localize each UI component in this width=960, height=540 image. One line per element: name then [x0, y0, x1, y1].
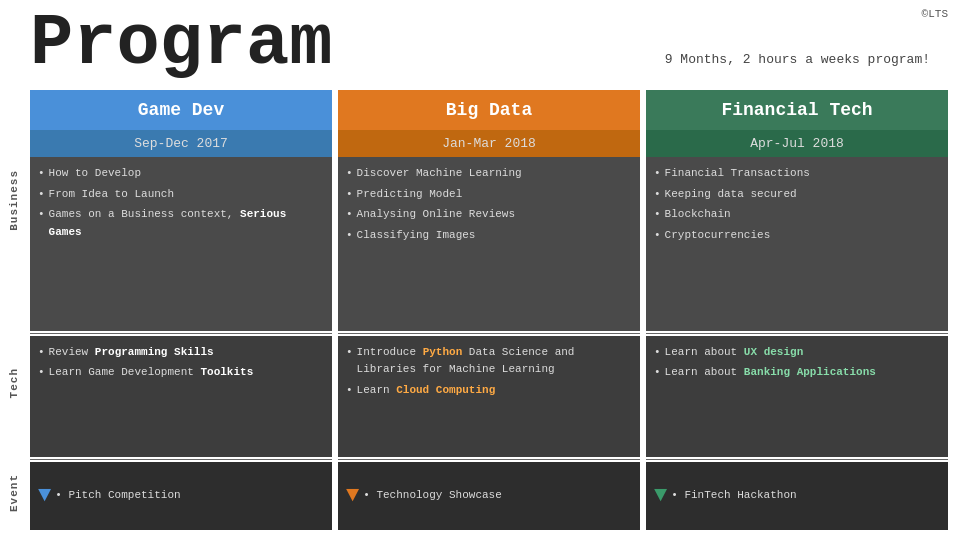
arrow-down-icon: ▼: [654, 476, 667, 515]
fin-tech-tech: •Learn about UX design •Learn about Bank…: [646, 336, 948, 457]
fin-tech-business: •Financial Transactions •Keeping data se…: [646, 157, 948, 331]
bullet-item: •Review Programming Skills: [38, 344, 324, 362]
subtitle-text: 9 Months, 2 hours a weeks program!: [665, 52, 930, 67]
column-game-dev: Game Dev Sep-Dec 2017 •How to Develop •F…: [30, 90, 332, 530]
game-dev-date: Sep-Dec 2017: [30, 130, 332, 157]
main-grid: Game Dev Sep-Dec 2017 •How to Develop •F…: [30, 90, 948, 530]
big-data-business: •Discover Machine Learning •Predicting M…: [338, 157, 640, 331]
divider: [30, 333, 332, 334]
label-event: Event: [8, 457, 20, 530]
big-data-event: ▼ • Technology Showcase: [338, 462, 640, 531]
fin-tech-event-text: FinTech Hackathon: [684, 489, 796, 501]
big-data-tech: •Introduce Python Data Science and Libra…: [338, 336, 640, 457]
big-data-date: Jan-Mar 2018: [338, 130, 640, 157]
fin-tech-event: ▼ • FinTech Hackathon: [646, 462, 948, 531]
fin-tech-date: Apr-Jul 2018: [646, 130, 948, 157]
side-labels: Business Tech Event: [0, 90, 28, 530]
bullet-item: •Learn about UX design: [654, 344, 940, 362]
bullet-item: •Predicting Model: [346, 186, 632, 204]
game-dev-event-text: Pitch Competition: [68, 489, 180, 501]
column-big-data: Big Data Jan-Mar 2018 •Discover Machine …: [338, 90, 640, 530]
game-dev-tech: •Review Programming Skills •Learn Game D…: [30, 336, 332, 457]
label-business: Business: [8, 90, 20, 310]
divider: [338, 459, 640, 460]
bullet-item: •How to Develop: [38, 165, 324, 183]
bullet-item: •Analysing Online Reviews: [346, 206, 632, 224]
bullet-item: •Cryptocurrencies: [654, 227, 940, 245]
bullet-item: •Discover Machine Learning: [346, 165, 632, 183]
page-title: Program: [30, 8, 332, 80]
bullet-item: •Financial Transactions: [654, 165, 940, 183]
divider: [30, 459, 332, 460]
big-data-header: Big Data: [338, 90, 640, 130]
copyright-text: ©LTS: [922, 8, 948, 20]
bullet-item: •Introduce Python Data Science and Libra…: [346, 344, 632, 379]
label-tech: Tech: [8, 310, 20, 457]
arrow-down-icon: ▼: [346, 476, 359, 515]
bullet-item: •Learn Cloud Computing: [346, 382, 632, 400]
game-dev-business: •How to Develop •From Idea to Launch •Ga…: [30, 157, 332, 331]
big-data-event-text: Technology Showcase: [376, 489, 501, 501]
bullet-item: •Classifying Images: [346, 227, 632, 245]
divider: [338, 333, 640, 334]
bullet-item: •Games on a Business context, Serious Ga…: [38, 206, 324, 241]
bullet-item: •From Idea to Launch: [38, 186, 324, 204]
bullet-item: •Keeping data secured: [654, 186, 940, 204]
arrow-down-icon: ▼: [38, 476, 51, 515]
bullet-item: •Blockchain: [654, 206, 940, 224]
divider: [646, 459, 948, 460]
bullet-item: •Learn about Banking Applications: [654, 364, 940, 382]
bullet-item: •Learn Game Development Toolkits: [38, 364, 324, 382]
column-fin-tech: Financial Tech Apr-Jul 2018 •Financial T…: [646, 90, 948, 530]
game-dev-header: Game Dev: [30, 90, 332, 130]
divider: [646, 333, 948, 334]
game-dev-event: ▼ • Pitch Competition: [30, 462, 332, 531]
fin-tech-header: Financial Tech: [646, 90, 948, 130]
